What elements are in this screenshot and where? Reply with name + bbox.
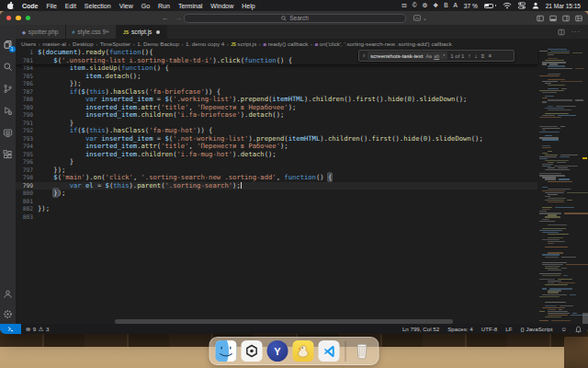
modified-dot-icon[interactable] <box>156 30 160 34</box>
code-editor[interactable]: 1$(document).ready(function(){781 $('.un… <box>16 49 588 324</box>
encoding-status[interactable]: UTF-8 <box>481 326 498 332</box>
toggle-replace-chevron-icon[interactable]: › <box>363 52 365 59</box>
line-number[interactable]: 801 <box>16 198 38 206</box>
navigate-forward-icon[interactable]: → <box>175 14 182 22</box>
line-number[interactable]: 797 <box>16 167 38 175</box>
menu-item-terminal[interactable]: Terminal <box>178 3 202 9</box>
remote-indicator[interactable] <box>0 324 21 334</box>
menu-item-window[interactable]: Window <box>210 3 233 9</box>
menubar-clock[interactable]: 21 Mar 15:15 <box>546 3 581 9</box>
code-line[interactable]: 785 item.detach(); <box>16 73 537 81</box>
line-number[interactable]: 790 <box>16 111 38 120</box>
zoom-window-button[interactable] <box>26 16 30 20</box>
menu-item-help[interactable]: Help <box>242 3 254 9</box>
remote-explorer-icon[interactable] <box>3 128 14 139</box>
line-number[interactable]: 793 <box>16 135 38 144</box>
tab-style.css[interactable]: #style.css 9+ <box>66 25 117 39</box>
line-number[interactable]: 1 <box>16 49 38 57</box>
line-number[interactable]: 791 <box>16 120 38 128</box>
line-number[interactable]: 800 <box>16 190 38 198</box>
command-center-search[interactable]: Search <box>184 14 406 23</box>
run-debug-icon[interactable] <box>3 106 14 117</box>
dock-vscode-icon[interactable] <box>319 340 340 362</box>
minimize-window-button[interactable] <box>16 16 20 20</box>
regex-toggle[interactable]: .* <box>442 53 446 59</box>
toggle-primary-sidebar-icon[interactable] <box>537 15 544 22</box>
breadcrumb-item[interactable]: ⊘ready() callback <box>263 40 308 47</box>
breadcrumb-item[interactable]: TimeSpotter <box>100 40 130 47</box>
find-in-selection-icon[interactable]: ≡ <box>481 52 485 59</box>
search-view-icon[interactable] <box>3 62 14 73</box>
dock-trash-icon[interactable] <box>352 340 373 362</box>
menu-item-edit[interactable]: Edit <box>65 3 76 9</box>
letter-b-icon[interactable]: B <box>444 0 447 11</box>
line-number[interactable]: 803 <box>16 213 38 222</box>
breadcrumb-item[interactable]: 1. Demo Backup <box>137 40 179 47</box>
wifi-icon[interactable] <box>503 2 512 9</box>
eol-status[interactable]: LF <box>505 326 512 332</box>
menu-item-file[interactable]: File <box>47 3 57 9</box>
code-line[interactable]: 796 } <box>16 158 537 167</box>
line-number[interactable]: 795 <box>16 151 38 159</box>
accounts-icon[interactable] <box>3 289 14 300</box>
toggle-secondary-sidebar-icon[interactable] <box>562 15 570 22</box>
breadcrumb-item[interactable]: JSscript.js <box>231 40 256 47</box>
line-number[interactable]: 781 <box>16 57 38 65</box>
extensions-icon[interactable] <box>3 150 14 161</box>
close-find-icon[interactable]: × <box>488 52 492 59</box>
line-number[interactable]: 789 <box>16 104 38 112</box>
customize-layout-icon[interactable] <box>575 15 582 22</box>
breadcrumb-item[interactable]: Users <box>21 40 36 47</box>
line-number[interactable]: 802 <box>16 205 38 213</box>
match-case-toggle[interactable]: Aa <box>425 53 431 59</box>
dock-chatgpt-icon[interactable] <box>242 340 263 362</box>
menu-item-selection[interactable]: Selection <box>85 3 111 9</box>
cursor-position-status[interactable]: Ln 799, Col 52 <box>402 326 439 332</box>
problems-indicator[interactable]: ⊗ 9 ⚠ 3 <box>26 326 50 333</box>
menu-item-run[interactable]: Run <box>158 3 170 9</box>
line-number[interactable]: 799 <box>16 182 38 190</box>
minimap[interactable] <box>537 49 582 324</box>
line-number[interactable]: 792 <box>16 127 38 135</box>
line-number[interactable]: 788 <box>16 96 38 104</box>
code-line[interactable]: 801 <box>16 198 537 206</box>
dock-cyberduck-icon[interactable] <box>293 340 314 362</box>
line-number[interactable]: 786 <box>16 80 38 88</box>
breadcrumb-item[interactable]: 1. demo copy 4 <box>186 40 224 47</box>
breadcrumb-item[interactable]: Desktop <box>73 40 94 47</box>
notifications-bell-icon[interactable] <box>575 326 582 333</box>
split-editor-icon[interactable] <box>558 29 565 36</box>
code-line[interactable]: 800 }); <box>16 190 537 198</box>
find-input[interactable]: screenshots-task-text Aa ab .* <box>368 52 447 61</box>
code-line[interactable]: 803 <box>16 213 537 222</box>
code-line[interactable]: 802}); <box>16 205 537 213</box>
close-window-button[interactable] <box>6 16 11 20</box>
line-number[interactable]: 787 <box>16 88 38 97</box>
code-line[interactable]: 795 inserted_item.children('i.fa-mug-hot… <box>16 151 537 159</box>
source-control-icon[interactable] <box>3 84 14 95</box>
tab-script.js[interactable]: JSscript.js <box>117 25 167 39</box>
breadcrumb-item[interactable]: ⊘on('click', '.sorting-search-new .sorti… <box>314 40 451 47</box>
vertical-scrollbar-slider[interactable] <box>582 313 588 324</box>
input-source-icon[interactable]: A <box>454 0 458 11</box>
explorer-icon[interactable]: 1 <box>3 40 14 51</box>
menu-item-go[interactable]: Go <box>141 3 150 9</box>
navigate-back-icon[interactable]: ← <box>162 14 169 22</box>
more-actions-icon[interactable]: ··· <box>571 29 581 35</box>
line-number[interactable]: 798 <box>16 174 38 182</box>
line-number[interactable]: 796 <box>16 158 38 167</box>
code-line[interactable]: 790 inserted_item.children('i.fa-briefca… <box>16 111 537 120</box>
feedback-icon[interactable]: ☺ <box>560 326 567 332</box>
toggle-panel-icon[interactable] <box>549 15 557 22</box>
line-number[interactable]: 785 <box>16 73 38 81</box>
whole-word-toggle[interactable]: ab <box>434 53 439 59</box>
remote-window-icon[interactable] <box>413 15 421 21</box>
line-number[interactable]: 794 <box>16 143 38 151</box>
line-number[interactable]: 784 <box>16 64 38 73</box>
vertical-scrollbar[interactable] <box>582 49 588 324</box>
dock-yandex-icon[interactable]: Y <box>267 340 288 362</box>
user-account-icon[interactable] <box>532 2 539 9</box>
language-mode-status[interactable]: {} JavaScript <box>520 326 552 332</box>
menu-item-view[interactable]: View <box>119 3 133 9</box>
previous-match-icon[interactable]: ↑ <box>468 52 470 59</box>
